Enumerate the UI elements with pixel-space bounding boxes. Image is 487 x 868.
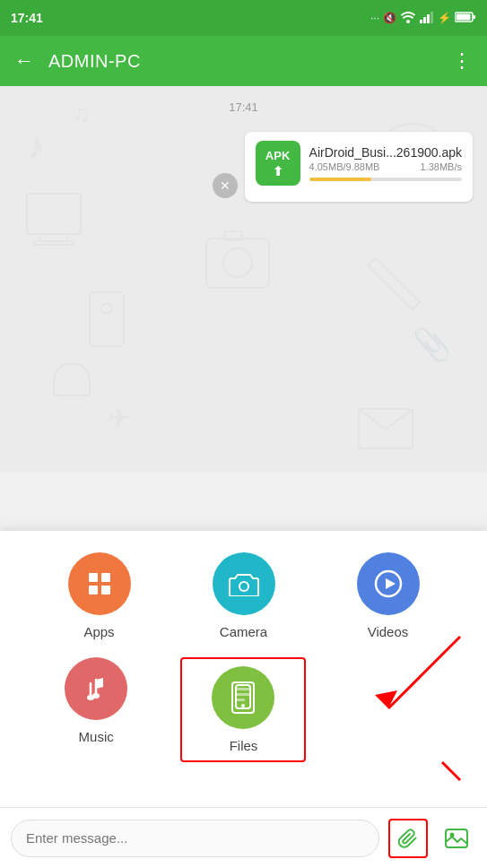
svg-point-41 [241,704,245,707]
grid-row-2: Music Files [27,657,460,762]
apk-icon: APK ⬆ [256,141,300,186]
apk-filename: AirDroid_Busi...261900.apk [309,145,462,160]
message-input[interactable] [11,820,379,857]
image-button[interactable] [437,819,476,858]
apk-info: AirDroid_Busi...261900.apk 4.05MB/9.88MB… [309,145,462,181]
music-icon [65,657,127,720]
apps-label: Apps [83,624,114,639]
grid-item-music[interactable]: Music [42,657,150,762]
svg-rect-16 [206,239,269,288]
signal-bars-icon [420,11,434,26]
svg-rect-28 [101,586,110,595]
svg-rect-1 [420,20,422,23]
header-title: ADMIN-PC [48,51,452,72]
grid-item-apps[interactable]: Apps [46,552,153,639]
svg-point-17 [223,248,252,277]
status-icons: ··· 🔇 ⚡ [370,11,476,26]
svg-point-20 [101,303,112,314]
files-icon [212,666,274,729]
wifi-icon [400,11,416,26]
attachment-button[interactable] [388,819,428,858]
svg-rect-11 [40,234,67,241]
grid-item-camera[interactable]: Camera [190,552,298,639]
svg-text:✈: ✈ [108,403,130,432]
svg-point-30 [240,583,248,590]
status-bar: 17:41 ··· 🔇 ⚡ [0,0,487,36]
back-button[interactable]: ← [14,49,34,73]
files-highlight-box: Files [180,657,306,762]
svg-rect-25 [89,573,98,582]
bottom-bar [0,807,487,868]
app-header: ← ADMIN-PC ⋮ [0,36,487,86]
progress-bar-fill [309,178,372,181]
bottom-sheet: Apps Camera Videos [0,531,487,807]
grid-item-files[interactable]: Files [189,666,297,753]
svg-rect-21 [368,258,420,310]
apk-progress-text: 4.05MB/9.88MB [309,161,380,172]
progress-bar [309,178,462,181]
svg-rect-7 [457,13,471,20]
grid-row-1: Apps Camera Videos [27,552,460,639]
chat-area: ♪ ♫ ★ 📎 ✈ 17:41 ✕ [0,86,487,472]
music-label: Music [79,729,114,744]
message-container: ✕ APK ⬆ AirDroid_Busi...261900.apk 4.05M… [0,123,487,211]
battery-icon [455,11,476,26]
apps-icon [68,552,131,615]
camera-icon [213,552,275,615]
svg-rect-27 [89,586,98,595]
svg-rect-12 [34,241,74,245]
apk-icon-label: APK [265,149,290,162]
svg-rect-3 [427,14,430,23]
svg-text:📎: 📎 [413,326,452,363]
svg-marker-32 [386,578,396,589]
mute-icon: 🔇 [383,12,396,24]
cancel-button[interactable]: ✕ [213,173,238,198]
bolt-icon: ⚡ [438,12,451,24]
menu-button[interactable]: ⋮ [452,49,473,73]
camera-label: Camera [220,624,267,639]
status-time: 17:41 [11,11,43,25]
videos-label: Videos [368,624,409,639]
close-icon: ✕ [220,178,230,193]
svg-rect-6 [473,15,475,19]
videos-icon [357,552,420,615]
svg-rect-19 [90,292,124,346]
svg-rect-2 [423,17,426,23]
svg-rect-26 [101,573,110,582]
grid-item-videos[interactable]: Videos [335,552,442,639]
apk-speed: 1.38MB/s [421,161,462,172]
upload-icon: ⬆ [273,164,283,178]
svg-rect-4 [430,12,433,23]
svg-point-0 [406,20,410,23]
signal-dots-icon: ··· [370,12,379,24]
svg-point-34 [92,693,100,699]
apk-bubble: APK ⬆ AirDroid_Busi...261900.apk 4.05MB/… [245,132,473,202]
files-label: Files [230,738,258,753]
